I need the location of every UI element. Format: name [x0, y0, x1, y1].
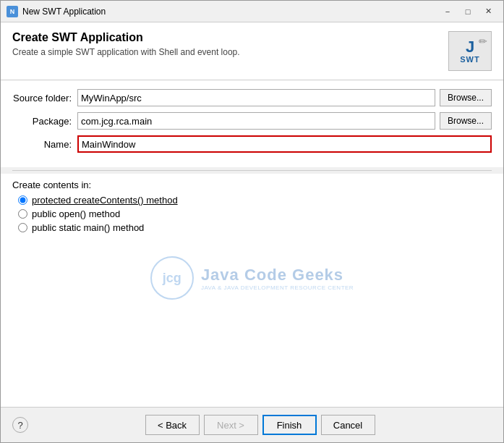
source-folder-browse-button[interactable]: Browse...: [440, 89, 492, 106]
radio-public-static-main[interactable]: [18, 223, 27, 232]
package-input[interactable]: [77, 112, 435, 130]
radio-row-3: public static main() method: [12, 222, 492, 233]
package-row: Package: Browse...: [12, 112, 492, 130]
window-title: New SWT Application: [22, 7, 438, 17]
close-button[interactable]: ✕: [479, 4, 497, 19]
radio-section: Create contents in: protected createCont…: [1, 174, 503, 242]
watermark-text: Java Code Geeks Java & Java Development …: [201, 266, 354, 291]
logo-letter: J: [466, 39, 474, 55]
content-area: Create SWT Application Create a simple S…: [1, 22, 503, 442]
radio-public-open[interactable]: [18, 209, 27, 219]
app-icon: N: [7, 6, 18, 17]
source-folder-row: Source folder: Browse...: [12, 89, 492, 106]
watermark-brand: Java Code Geeks: [201, 266, 354, 284]
source-folder-label: Source folder:: [12, 93, 77, 104]
name-input[interactable]: [77, 135, 492, 153]
watermark-logo: jcg Java Code Geeks Java & Java Developm…: [150, 256, 354, 300]
cancel-button[interactable]: Cancel: [321, 415, 375, 435]
watermark-section: jcg Java Code Geeks Java & Java Developm…: [1, 242, 503, 307]
help-button[interactable]: ?: [12, 417, 28, 433]
radio-row-2: public open() method: [12, 208, 492, 219]
source-folder-input[interactable]: [77, 89, 435, 106]
finish-button[interactable]: Finish: [262, 415, 317, 435]
radio-section-label: Create contents in:: [12, 180, 492, 190]
name-row: Name:: [12, 135, 492, 153]
pencil-icon: ✏: [479, 35, 487, 47]
minimize-button[interactable]: −: [438, 4, 457, 19]
page-subtitle: Create a simple SWT application with She…: [12, 47, 441, 57]
radio-row-1: protected createContents() method: [12, 195, 492, 206]
package-label: Package:: [12, 116, 77, 127]
radio-label-protected-createcontents: protected createContents() method: [32, 195, 178, 206]
radio-label-public-open: public open() method: [32, 208, 120, 219]
page-title: Create SWT Application: [12, 31, 441, 44]
maximize-button[interactable]: □: [458, 4, 477, 19]
radio-protected-createcontents[interactable]: [18, 195, 27, 205]
package-browse-button[interactable]: Browse...: [440, 112, 492, 130]
radio-label-public-static-main: public static main() method: [32, 222, 144, 233]
bottom-bar: ? < Back Next > Finish Cancel: [1, 407, 503, 442]
window-controls: − □ ✕: [438, 4, 497, 19]
watermark-circle-text: jcg: [163, 271, 181, 286]
bottom-buttons: < Back Next > Finish Cancel: [28, 415, 492, 435]
next-button[interactable]: Next >: [204, 415, 258, 435]
header-section: Create SWT Application Create a simple S…: [1, 22, 503, 80]
title-bar: N New SWT Application − □ ✕: [1, 1, 503, 22]
logo-text: SWT: [460, 55, 479, 64]
form-section: Source folder: Browse... Package: Browse…: [1, 80, 503, 167]
spacer: jcg Java Code Geeks Java & Java Developm…: [1, 242, 503, 407]
divider-1: [12, 170, 492, 171]
watermark-sub: Java & Java Development Resource Center: [201, 284, 354, 291]
name-label: Name:: [12, 139, 77, 150]
header-text: Create SWT Application Create a simple S…: [12, 31, 441, 57]
swt-logo: ✏ J SWT: [448, 31, 492, 71]
main-window: N New SWT Application − □ ✕ Create SWT A…: [0, 0, 504, 443]
back-button[interactable]: < Back: [145, 415, 200, 435]
watermark-circle-icon: jcg: [150, 256, 194, 300]
